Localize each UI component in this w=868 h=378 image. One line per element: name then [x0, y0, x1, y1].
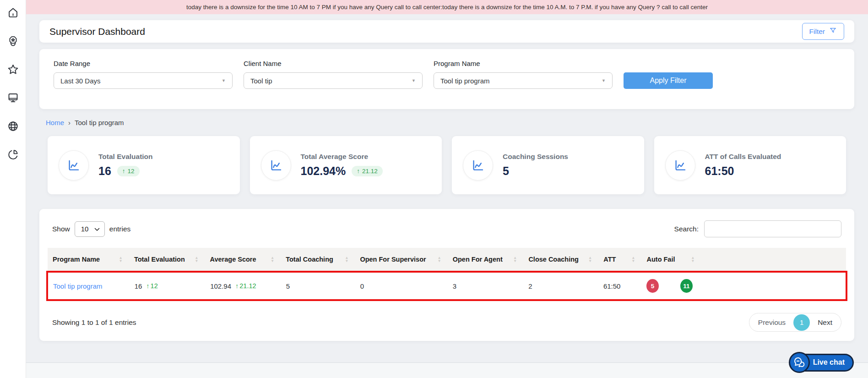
- program-name-select[interactable]: Tool tip program ▼: [434, 72, 613, 89]
- entries-label: entries: [109, 225, 131, 233]
- program-name-field: Program Name Tool tip program ▼: [434, 60, 613, 89]
- search-control: Search:: [674, 220, 841, 237]
- close-coaching-value: 2: [528, 282, 532, 290]
- table-header-row: Program Name ▴▾ Total Evaluation ▴▾ Aver…: [48, 248, 846, 271]
- program-name-link[interactable]: Tool tip program: [53, 282, 103, 290]
- column-header-auto-fail[interactable]: Auto Fail ▴▾: [641, 256, 701, 263]
- breadcrumb-home-link[interactable]: Home: [46, 119, 64, 126]
- search-input[interactable]: [704, 220, 841, 237]
- column-header-average-score[interactable]: Average Score ▴▾: [205, 256, 281, 263]
- column-label: Total Evaluation: [134, 256, 185, 263]
- showing-entries-info: Showing 1 to 1 of 1 entries: [52, 318, 136, 327]
- sort-icon: ▴▾: [346, 256, 347, 263]
- stat-card-att-calls-evaluated: ATT of Calls Evaluated 61:50: [654, 136, 846, 194]
- filter-button[interactable]: Filter: [802, 23, 844, 40]
- column-header-total-coaching[interactable]: Total Coaching ▴▾: [281, 256, 355, 263]
- arrow-up-icon: ↑: [122, 168, 125, 175]
- page-size-control: Show 10 entries: [52, 221, 130, 237]
- column-label: Average Score: [210, 256, 256, 263]
- sort-icon: ▴▾: [120, 256, 122, 263]
- client-name-select[interactable]: Tool tip ▼: [244, 72, 423, 89]
- breadcrumb: Home › Tool tip program: [46, 119, 854, 126]
- sidebar-item-reports[interactable]: [6, 148, 20, 162]
- stat-value: 16: [98, 164, 111, 178]
- home-icon: [7, 6, 19, 21]
- program-name-label: Program Name: [434, 60, 613, 67]
- total-coaching-value: 5: [286, 282, 290, 290]
- column-header-att[interactable]: ATT ▴▾: [598, 256, 641, 263]
- page-size-select[interactable]: 10: [75, 221, 105, 237]
- caret-down-icon: ▼: [602, 78, 606, 83]
- chevron-down-icon: [94, 225, 100, 233]
- average-score-value: 102.94: [210, 282, 231, 290]
- column-label: Auto Fail: [646, 256, 675, 263]
- pass-badge: 11: [680, 279, 693, 293]
- date-range-field: Date Range Last 30 Days ▼: [54, 60, 233, 89]
- client-name-label: Client Name: [244, 60, 423, 67]
- sort-icon: ▴▾: [589, 256, 591, 263]
- star-icon: [7, 63, 19, 77]
- show-label: Show: [52, 225, 70, 233]
- column-label: Open For Supervisor: [360, 256, 426, 263]
- stat-delta-value: 12: [128, 168, 135, 175]
- breadcrumb-current: Tool tip program: [75, 119, 124, 126]
- open-for-supervisor-value: 0: [360, 282, 364, 290]
- line-chart-icon: [261, 150, 291, 181]
- page-1-button[interactable]: 1: [793, 314, 810, 331]
- line-chart-icon: [463, 150, 493, 181]
- stat-card-coaching-sessions: Coaching Sessions 5: [452, 136, 644, 194]
- stat-delta-badge: ↑ 21.12: [352, 166, 383, 176]
- average-score-delta: ↑21.12: [235, 282, 256, 290]
- apply-filter-button[interactable]: Apply Filter: [624, 72, 713, 89]
- caret-down-icon: ▼: [412, 78, 416, 83]
- stat-label: Total Evaluation: [98, 153, 153, 161]
- announcement-banner: today there is a downsize for the time 1…: [26, 0, 868, 14]
- sidebar-item-monitoring[interactable]: [6, 92, 20, 105]
- chevron-right-icon: ›: [68, 119, 71, 126]
- programs-table-card: Show 10 entries Search: Program: [39, 209, 854, 341]
- main-content: Supervisor Dashboard Filter Date Range L…: [26, 14, 868, 341]
- stat-delta-value: 21.12: [362, 168, 378, 175]
- user-badge-icon: [7, 35, 19, 49]
- table-row: Tool tip program 16 ↑12 102.94 ↑21.12 5 …: [48, 273, 846, 299]
- stat-label: ATT of Calls Evaluated: [705, 153, 781, 161]
- pie-chart-icon: [7, 148, 19, 163]
- table-footer: Showing 1 to 1 of 1 entries Previous 1 N…: [48, 313, 846, 332]
- monitor-icon: [7, 92, 19, 106]
- chat-bubble-icon: [789, 352, 810, 373]
- sidebar-item-global[interactable]: [6, 120, 20, 134]
- column-label: Program Name: [53, 256, 100, 263]
- funnel-icon: [829, 27, 837, 36]
- column-header-total-evaluation[interactable]: Total Evaluation ▴▾: [129, 256, 205, 263]
- sort-icon: ▴▾: [692, 256, 694, 263]
- sort-icon: ▴▾: [195, 256, 197, 263]
- next-page-button[interactable]: Next: [810, 318, 840, 327]
- column-header-open-for-supervisor[interactable]: Open For Supervisor ▴▾: [355, 256, 447, 263]
- sort-icon: ▴▾: [438, 256, 440, 263]
- stat-value: 61:50: [705, 164, 734, 178]
- sort-icon: ▴▾: [632, 256, 634, 263]
- sidebar-item-favorites[interactable]: [6, 63, 20, 77]
- stat-value: 102.94%: [301, 164, 346, 178]
- arrow-up-icon: ↑: [146, 282, 149, 290]
- page-title: Supervisor Dashboard: [49, 26, 145, 37]
- previous-page-button[interactable]: Previous: [750, 318, 793, 327]
- arrow-up-icon: ↑: [235, 282, 239, 290]
- column-label: Total Coaching: [286, 256, 333, 263]
- sort-icon: ▴▾: [514, 256, 516, 263]
- column-header-open-for-agent[interactable]: Open For Agent ▴▾: [448, 256, 524, 263]
- stat-label: Coaching Sessions: [503, 153, 568, 161]
- auto-fail-badge: 5: [646, 279, 659, 293]
- att-value: 61:50: [603, 282, 621, 290]
- sidebar-item-quality[interactable]: [6, 35, 20, 49]
- sidebar-item-home[interactable]: [6, 6, 20, 20]
- column-header-program-name[interactable]: Program Name ▴▾: [48, 256, 129, 263]
- live-chat-button[interactable]: Live chat: [789, 352, 854, 373]
- date-range-select[interactable]: Last 30 Days ▼: [54, 72, 233, 89]
- filter-panel: Date Range Last 30 Days ▼ Client Name To…: [39, 49, 854, 109]
- program-name-value: Tool tip program: [440, 77, 490, 85]
- column-label: Open For Agent: [453, 256, 503, 263]
- client-name-value: Tool tip: [250, 77, 272, 85]
- stat-cards-row: Total Evaluation 16 ↑ 12 Total Average: [48, 136, 846, 194]
- column-header-close-coaching[interactable]: Close Coaching ▴▾: [523, 256, 598, 263]
